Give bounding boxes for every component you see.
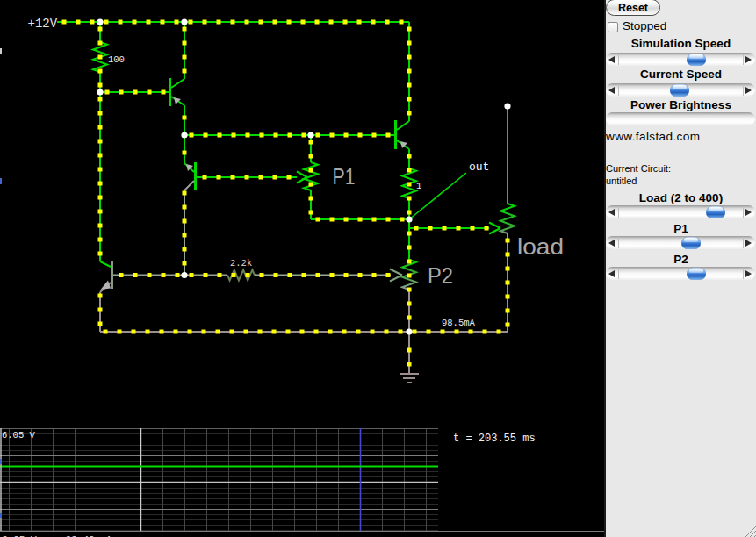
svg-text:load: load bbox=[517, 233, 564, 260]
svg-text:P1: P1 bbox=[333, 164, 356, 189]
svg-text:t = 203.55 ms: t = 203.55 ms bbox=[453, 433, 536, 445]
svg-text:6.05 V: 6.05 V bbox=[2, 430, 36, 440]
svg-text:2.2k: 2.2k bbox=[230, 258, 252, 268]
svg-text:out: out bbox=[469, 161, 489, 174]
svg-text:1: 1 bbox=[416, 181, 421, 191]
svg-text:+12V: +12V bbox=[28, 17, 58, 31]
svg-text:100: 100 bbox=[108, 54, 125, 65]
svg-text:98.5mA: 98.5mA bbox=[442, 318, 476, 328]
svg-text:P2: P2 bbox=[428, 263, 453, 288]
